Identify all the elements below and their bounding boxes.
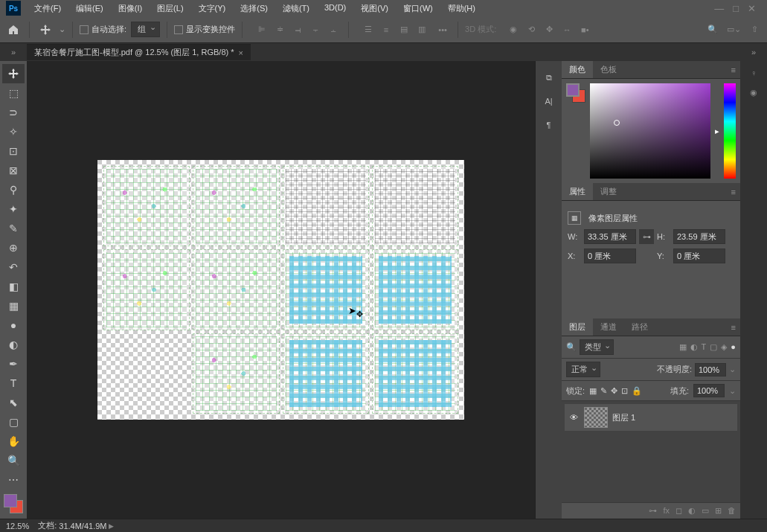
3d-pan-icon[interactable]: ✥ xyxy=(541,22,557,38)
chevron-down-icon[interactable]: ⌄ xyxy=(729,386,736,396)
color-swatches[interactable] xyxy=(4,494,23,513)
minimize-button[interactable]: — xyxy=(714,3,724,14)
cc-libraries-icon[interactable]: ◉ xyxy=(750,88,757,97)
adjustments-tab[interactable]: 调整 xyxy=(593,183,624,200)
menu-edit[interactable]: 编辑(E) xyxy=(68,1,111,16)
layers-tab[interactable]: 图层 xyxy=(562,318,593,336)
chevron-down-icon[interactable]: ⌄ xyxy=(59,25,65,34)
move-tool-indicator[interactable] xyxy=(36,21,54,39)
group-icon[interactable]: ▭ xyxy=(702,506,709,516)
layer-thumbnail[interactable] xyxy=(584,407,608,428)
menu-filter[interactable]: 滤镜(T) xyxy=(275,1,317,16)
y-input[interactable] xyxy=(673,249,725,263)
filter-pixel-icon[interactable]: ▦ xyxy=(679,342,687,352)
history-brush-tool[interactable]: ↶ xyxy=(2,257,25,277)
lasso-tool[interactable]: ⊃ xyxy=(2,103,25,122)
healing-brush-tool[interactable]: ✦ xyxy=(2,199,25,219)
lock-transparent-icon[interactable]: ▦ xyxy=(589,386,597,396)
blend-mode-select[interactable]: 正常 xyxy=(566,362,600,377)
color-field[interactable] xyxy=(590,83,710,179)
x-input[interactable] xyxy=(584,249,636,263)
channels-tab[interactable]: 通道 xyxy=(593,318,624,336)
opacity-input[interactable] xyxy=(695,363,726,376)
pen-tool[interactable]: ✒ xyxy=(2,354,25,374)
menu-help[interactable]: 帮助(H) xyxy=(440,1,483,16)
path-selection-tool[interactable]: ⬉ xyxy=(2,393,25,412)
properties-tab[interactable]: 属性 xyxy=(562,183,593,200)
delete-layer-icon[interactable]: 🗑 xyxy=(728,506,736,516)
shape-tool[interactable]: ▢ xyxy=(2,412,25,432)
auto-select-dropdown[interactable]: 组 xyxy=(131,22,160,37)
marquee-tool[interactable]: ⬚ xyxy=(2,83,25,103)
hand-tool[interactable]: ✋ xyxy=(2,432,25,451)
align-middle-icon[interactable]: ⫠ xyxy=(325,22,341,38)
layer-filter-kind[interactable]: 类型 xyxy=(580,339,614,355)
maximize-button[interactable]: □ xyxy=(733,3,739,14)
filter-type-icon[interactable]: T xyxy=(702,342,707,352)
filter-adjust-icon[interactable]: ◐ xyxy=(690,342,698,352)
dock-icon-1[interactable]: ⧉ xyxy=(542,70,556,85)
layer-visibility-icon[interactable]: 👁 xyxy=(568,413,580,422)
filter-smart-icon[interactable]: ◈ xyxy=(721,342,727,352)
menu-3d[interactable]: 3D(D) xyxy=(317,1,353,16)
close-tab-icon[interactable]: × xyxy=(239,48,243,57)
eraser-tool[interactable]: ◧ xyxy=(2,277,25,296)
panel-fg-color[interactable] xyxy=(566,83,580,97)
chevron-down-icon[interactable]: ⌄ xyxy=(729,365,736,374)
align-left-icon[interactable]: ⊫ xyxy=(254,22,270,38)
fill-input[interactable] xyxy=(693,384,725,397)
swatches-tab[interactable]: 色板 xyxy=(593,61,624,78)
dodge-tool[interactable]: ◐ xyxy=(2,335,25,354)
color-swatches-panel[interactable] xyxy=(566,83,585,103)
color-tab[interactable]: 颜色 xyxy=(562,61,593,78)
link-layers-icon[interactable]: ⊶ xyxy=(649,506,657,516)
status-menu-icon[interactable]: ▶ xyxy=(109,522,114,530)
menu-file[interactable]: 文件(F) xyxy=(27,1,68,16)
character-panel-icon[interactable]: A| xyxy=(542,94,556,109)
filter-shape-icon[interactable]: ▢ xyxy=(710,342,717,352)
gradient-tool[interactable]: ▦ xyxy=(2,296,25,315)
properties-panel-menu[interactable]: ≡ xyxy=(727,188,740,196)
workspace-icon[interactable]: ▭⌄ xyxy=(725,22,742,38)
search-layers-icon[interactable]: 🔍 xyxy=(566,342,577,352)
paragraph-panel-icon[interactable]: ¶ xyxy=(542,118,556,132)
crop-tool[interactable]: ⊡ xyxy=(2,141,25,161)
menu-type[interactable]: 文字(Y) xyxy=(191,1,234,16)
clone-stamp-tool[interactable]: ⊕ xyxy=(2,238,25,257)
blur-tool[interactable]: ● xyxy=(2,315,25,335)
distribute-v-icon[interactable]: ≡ xyxy=(378,22,394,38)
canvas-area[interactable]: ➤✥ xyxy=(27,61,535,519)
align-top-icon[interactable]: ⫟ xyxy=(307,22,324,38)
home-button[interactable] xyxy=(4,21,22,39)
distribute-h-icon[interactable]: ▥ xyxy=(414,22,430,38)
lock-all-icon[interactable]: 🔒 xyxy=(632,386,642,396)
slider-arrow-icon[interactable]: ▸ xyxy=(715,126,719,136)
lock-pixels-icon[interactable]: ✎ xyxy=(600,386,607,396)
paths-tab[interactable]: 路径 xyxy=(624,318,655,336)
adjustment-layer-icon[interactable]: ◐ xyxy=(688,506,696,516)
auto-select-checkbox[interactable]: 自动选择: xyxy=(80,24,126,35)
brush-tool[interactable]: ✎ xyxy=(2,219,25,238)
show-transform-checkbox[interactable]: 显示变换控件 xyxy=(174,24,235,35)
menu-view[interactable]: 视图(V) xyxy=(353,1,396,16)
height-input[interactable] xyxy=(673,229,725,244)
distribute-bottom-icon[interactable]: ▤ xyxy=(396,22,412,38)
foreground-color[interactable] xyxy=(4,494,17,507)
menu-image[interactable]: 图像(I) xyxy=(111,1,150,16)
new-layer-icon[interactable]: ⊞ xyxy=(715,506,722,516)
lock-position-icon[interactable]: ✥ xyxy=(611,386,617,396)
eyedropper-tool[interactable]: ⚲ xyxy=(2,180,25,199)
layer-mask-icon[interactable]: ◻ xyxy=(675,506,682,516)
collapse-dock-icon[interactable]: » xyxy=(740,48,767,57)
layer-item[interactable]: 👁 图层 1 xyxy=(565,404,737,431)
move-tool[interactable] xyxy=(2,64,25,83)
layer-name[interactable]: 图层 1 xyxy=(612,412,635,423)
edit-toolbar[interactable]: ⋯ xyxy=(2,470,25,490)
3d-slide-icon[interactable]: ↔ xyxy=(559,22,575,38)
zoom-tool[interactable]: 🔍 xyxy=(2,451,25,470)
align-center-h-icon[interactable]: ≑ xyxy=(272,22,288,38)
filter-toggle-icon[interactable]: ● xyxy=(731,342,736,352)
distribute-top-icon[interactable]: ☰ xyxy=(360,22,376,38)
tips-icon[interactable]: ♀ xyxy=(751,68,757,77)
more-options-icon[interactable]: ••• xyxy=(434,22,451,38)
